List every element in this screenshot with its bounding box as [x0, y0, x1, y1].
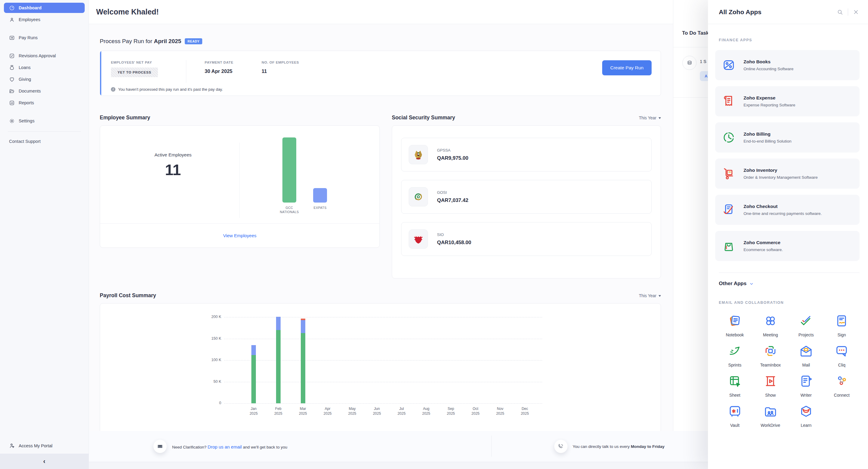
gridline [224, 382, 542, 382]
x-axis-label: Apr2025 [315, 406, 340, 416]
payrun-divider [186, 60, 186, 83]
app-grid-teaminbox[interactable]: TeamInbox [752, 344, 788, 368]
x-axis-label: Nov2025 [488, 406, 513, 416]
nav-gap [4, 44, 85, 51]
app-grid-projects[interactable]: Projects [788, 314, 824, 337]
create-pay-run-button[interactable]: Create Pay Run [602, 60, 652, 75]
social-security-filter[interactable]: This Year [639, 116, 661, 120]
books-icon [722, 58, 736, 72]
phone-icon [554, 440, 567, 453]
app-grid-meeting[interactable]: Meeting [752, 314, 788, 337]
y-axis-label: 100 K [203, 358, 221, 362]
social-security-row-gpssa[interactable]: GPSSA QAR9,975.00 [401, 138, 652, 171]
gosi-icon [412, 191, 424, 203]
sidebar-item-loans[interactable]: Loans [4, 62, 85, 73]
connect-icon [835, 374, 849, 388]
ss-texts: GPSSA QAR9,975.00 [437, 148, 468, 161]
x-axis-label: Feb2025 [266, 406, 290, 416]
sidebar-item-revisions-approval[interactable]: Revisions Approval [4, 51, 85, 61]
x-axis-label: May2025 [340, 406, 365, 416]
sheet-icon [728, 374, 742, 388]
payrun-header: Process Pay Run for April 2025 READY [100, 38, 673, 44]
app-grid-sprints[interactable]: Sprints [717, 344, 752, 368]
app-grid-connect[interactable]: Connect [824, 374, 860, 398]
app-card-zoho-billing[interactable]: Zoho Billing End-to-end Billing Solution [715, 122, 860, 153]
vault-icon [728, 404, 742, 418]
employee-count-column: NO. OF EMPLOYEES 11 [261, 61, 299, 74]
show-icon [764, 374, 778, 388]
sidebar-item-settings[interactable]: Settings [4, 116, 85, 126]
app-card-zoho-commerce[interactable]: Zoho Commerce Ecommerce software. [715, 231, 860, 261]
payroll-bar-segment-green [251, 355, 256, 403]
social-security-row-gosi[interactable]: GOSI QAR7,037.42 [401, 180, 652, 214]
x-axis-label: Oct2025 [463, 406, 488, 416]
access-portal-label: Access My Portal [19, 443, 53, 448]
app-card-texts: Zoho Billing End-to-end Billing Solution [744, 131, 792, 144]
app-grid-mail[interactable]: Mail [788, 344, 824, 368]
close-icon[interactable] [853, 9, 859, 15]
app-grid-workdrive[interactable]: WorkDrive [752, 404, 788, 428]
social-security-row-sio[interactable]: SIO QAR10,458.00 [401, 222, 652, 256]
payroll-bar-segment-blue [276, 317, 281, 330]
loans-icon [9, 65, 15, 70]
revisions-icon [9, 53, 15, 59]
writer-icon [799, 374, 813, 388]
todo-title: To Do Tasks [682, 30, 708, 36]
app-grid-sign[interactable]: Sign [824, 314, 860, 337]
gpssa-logo [409, 145, 428, 164]
checkout-icon [722, 203, 736, 217]
filter-value: This Year [639, 116, 656, 120]
employee-card-footer: View Employees [100, 223, 379, 247]
todo-item[interactable]: 1 S A [673, 47, 708, 98]
sidebar-item-reports[interactable]: Reports [4, 98, 85, 108]
app-card-zoho-inventory[interactable]: Zoho Inventory Order & Inventory Managem… [715, 159, 860, 189]
payroll-filter[interactable]: This Year [639, 293, 661, 298]
app-grid-learn[interactable]: Learn [788, 404, 824, 428]
other-apps-toggle[interactable]: Other Apps [719, 281, 860, 287]
sidebar-item-pay-runs[interactable]: Pay Runs [4, 33, 85, 43]
todo-action-chip[interactable]: A [700, 71, 708, 81]
employee-bar-expats [313, 188, 327, 202]
dashboard-icon [9, 5, 15, 11]
app-grid-writer[interactable]: Writer [788, 374, 824, 398]
sidebar-item-contact-support[interactable]: Contact Support [4, 136, 85, 146]
y-axis-label: 0 [203, 401, 221, 405]
app-grid-cliq[interactable]: Cliq [824, 344, 860, 368]
employee-summary-card: Active Employees 11 GCCNATIONALS EXPATS … [100, 125, 380, 248]
chevron-down-icon [749, 282, 754, 286]
mail-icon [799, 344, 813, 358]
payrun-card: EMPLOYEES' NET PAY YET TO PROCESS PAYMEN… [100, 51, 661, 96]
search-icon[interactable] [837, 9, 843, 15]
x-axis-label: Jul2025 [389, 406, 414, 416]
sidebar-item-giving[interactable]: Giving [4, 74, 85, 84]
x-axis-label: Jun2025 [365, 406, 390, 416]
sidebar-item-dashboard[interactable]: Dashboard [4, 3, 85, 13]
app-grid-notebook[interactable]: Notebook [717, 314, 752, 337]
status-badge: READY [185, 38, 202, 44]
finance-apps-section-label: FINANCE APPS [719, 38, 860, 42]
sidebar-item-documents[interactable]: Documents [4, 86, 85, 96]
employee-count-value: 11 [261, 68, 299, 74]
gridline [224, 403, 542, 404]
drop-email-link[interactable]: Drop us an email [208, 444, 242, 449]
header-separator [848, 8, 848, 16]
caret-down-icon [658, 295, 661, 297]
employee-bar-label: GCCNATIONALS [273, 206, 306, 214]
sidebar-item-employees[interactable]: Employees [4, 14, 85, 25]
app-grid-sheet[interactable]: Sheet [717, 374, 752, 398]
sidebar-collapse-button[interactable]: ‹ [0, 454, 89, 469]
app-card-zoho-expense[interactable]: Zoho Expense Expense Reporting Software [715, 86, 860, 116]
todo-item-text: 1 S [700, 59, 707, 64]
x-axis-label: Sep2025 [438, 406, 463, 416]
nav-gap [4, 110, 85, 116]
app-card-zoho-books[interactable]: Zoho Books Online Accounting Software [715, 50, 860, 80]
employee-card-divider [239, 143, 240, 218]
sidebar-item-access-my-portal[interactable]: Access My Portal [4, 440, 85, 451]
footer-phone-text: You can directly talk to us every Monday… [572, 444, 664, 449]
app-card-zoho-checkout[interactable]: Zoho Checkout One-time and recurring pay… [715, 195, 860, 225]
view-employees-link[interactable]: View Employees [223, 233, 256, 238]
app-grid-vault[interactable]: Vault [717, 404, 752, 428]
app-grid-show[interactable]: Show [752, 374, 788, 398]
gosi-logo [409, 187, 428, 207]
footer-email-prefix: Need Clarification? [172, 445, 208, 449]
